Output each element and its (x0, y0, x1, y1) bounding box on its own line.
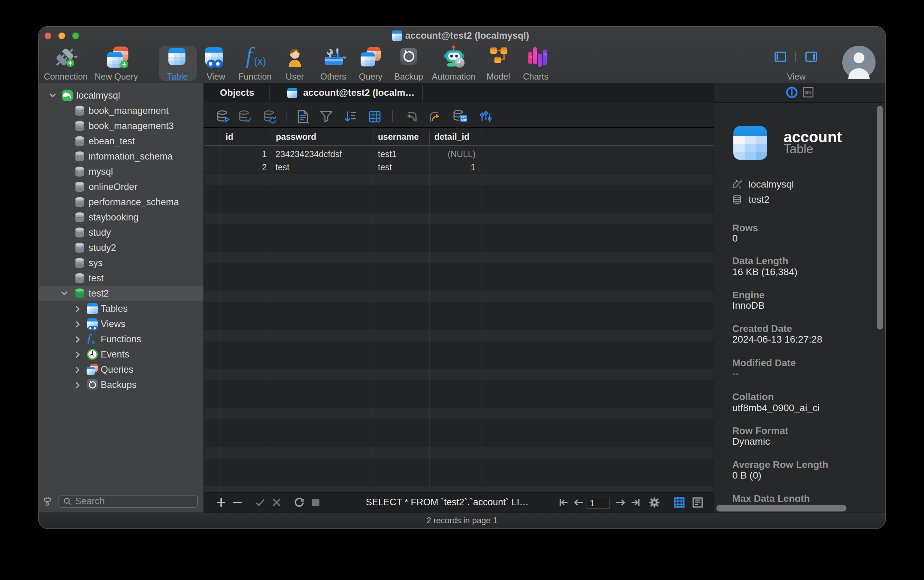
svg-text:DDL: DDL (805, 91, 812, 95)
svg-text:f: f (87, 333, 92, 344)
svg-text:f: f (246, 47, 255, 68)
svg-text:(x): (x) (254, 55, 266, 67)
svg-text:x: x (92, 339, 95, 345)
svg-text:ABC: ABC (461, 119, 468, 122)
